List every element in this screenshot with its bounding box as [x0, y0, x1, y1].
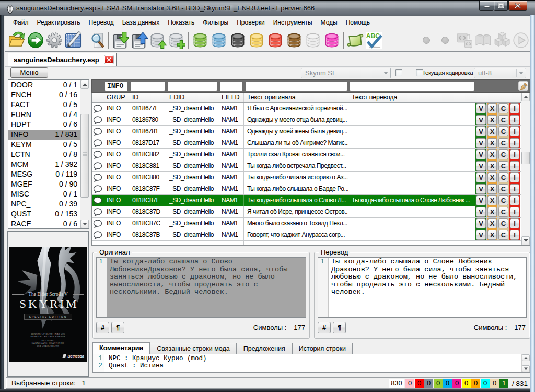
cell-grup[interactable]: INFO [103, 126, 129, 137]
table-row[interactable]: INFO08187D17_SD_dreamHelloNAM1Слышала ли… [92, 137, 521, 149]
game-checkbox[interactable] [395, 69, 402, 76]
group-item-mcm_[interactable]: MCM_1 / 392 [8, 159, 80, 169]
cell-edid[interactable]: _SD_dreamHello [166, 229, 218, 240]
go-arrow-icon[interactable] [27, 31, 44, 49]
document-tab[interactable]: sanguinesDebauchery.esp [8, 53, 117, 66]
cell-grup[interactable]: INFO [103, 206, 129, 217]
table-row[interactable]: INFO0818C87E_SD_dreamHelloNAM1Ты когда-л… [92, 195, 521, 206]
action-button-v[interactable]: V [476, 218, 486, 228]
cell-id[interactable]: 0818C87E [129, 195, 166, 206]
cell-trans[interactable] [348, 172, 475, 183]
cell-grup[interactable]: INFO [103, 103, 129, 114]
cell-trans[interactable] [348, 160, 475, 171]
filter-input-orig[interactable] [246, 82, 347, 91]
filter-input-edid[interactable] [168, 82, 217, 91]
bottom-tab-2[interactable]: Предложения [237, 343, 292, 354]
cell-field[interactable]: NAM1 [218, 114, 244, 125]
action-button-c[interactable]: C [498, 126, 508, 136]
menu-item-8[interactable]: Моды [317, 17, 342, 28]
action-button-c[interactable]: C [498, 103, 508, 113]
action-button-x[interactable]: X [487, 195, 497, 205]
cell-orig[interactable]: Я читал об Исре, принцессе Остров... [244, 206, 348, 217]
action-button-x[interactable]: X [487, 218, 497, 228]
action-button-x[interactable]: X [487, 103, 497, 113]
group-item-fact[interactable]: FACT0 / 5 [8, 100, 80, 110]
cell-trans[interactable] [348, 183, 475, 194]
group-item-qust[interactable]: QUST0 / 153 [8, 209, 80, 219]
cell-id[interactable]: 08187D17 [129, 137, 166, 148]
db-pink-icon[interactable] [323, 31, 341, 49]
cell-grup[interactable]: INFO [103, 218, 129, 229]
scroll-paper-icon[interactable] [346, 31, 364, 49]
action-button-i[interactable]: I [510, 207, 519, 217]
action-button-i[interactable]: I [510, 138, 519, 148]
cell-edid[interactable]: _SD_dreamHello [166, 160, 218, 171]
cell-field[interactable]: NAM1 [218, 229, 244, 240]
db-red-icon[interactable] [266, 31, 284, 49]
action-button-i[interactable]: I [510, 149, 519, 159]
action-button-x[interactable]: X [487, 126, 497, 136]
cell-grup[interactable]: INFO [103, 114, 129, 125]
cell-field[interactable]: NAM1 [218, 160, 244, 171]
action-button-c[interactable]: C [498, 161, 508, 171]
maximize-button[interactable] [494, 1, 508, 11]
cell-grup[interactable]: INFO [103, 137, 129, 148]
table-row[interactable]: INFO0818C880_SD_dreamHelloNAM1Ты когда-л… [92, 172, 521, 183]
cell-orig[interactable]: Ты когда-либо читала историю о Аз... [244, 172, 348, 183]
group-item-misc[interactable]: MISC0 / 1 [8, 189, 80, 199]
cell-field[interactable]: NAM1 [218, 206, 244, 217]
db-white-icon[interactable] [304, 31, 322, 49]
action-button-c[interactable]: C [498, 195, 508, 205]
group-item-keym[interactable]: KEYM0 / 5 [8, 140, 80, 149]
action-button-i[interactable]: I [510, 218, 519, 228]
filter-input-trans[interactable] [350, 82, 474, 91]
cell-field[interactable]: NAM1 [218, 218, 244, 229]
cell-edid[interactable]: _SD_dreamHello [166, 195, 218, 206]
translation-text[interactable]: Ты когда-либо слышала о Слове Любовник Д… [329, 258, 526, 317]
clear-filters-button[interactable] [518, 81, 528, 91]
header-cell-5[interactable]: Текст перевода [348, 93, 475, 102]
db-brown-icon[interactable] [285, 31, 303, 49]
db-black-icon[interactable] [229, 31, 247, 49]
group-item-mgef[interactable]: MGEF0 / 90 [8, 179, 80, 189]
action-button-i[interactable]: I [510, 184, 519, 194]
cell-orig[interactable]: Однажды у моего отца была девиц... [244, 114, 348, 125]
header-cell-4[interactable]: Текст оригинала [244, 93, 348, 102]
save-import-icon[interactable] [111, 31, 129, 49]
cell-grup[interactable]: INFO [103, 172, 129, 183]
cell-orig[interactable]: Ты когда-либо слышала о Слово Л... [244, 195, 348, 206]
action-button-v[interactable]: V [476, 207, 486, 217]
cell-id[interactable]: 0818C87F [129, 183, 166, 194]
scroll-up-icon[interactable] [80, 80, 89, 89]
abc-check-icon[interactable]: ABC [365, 31, 383, 49]
cell-edid[interactable]: _SD_dreamHello [166, 206, 218, 217]
filter-input-grup[interactable]: INFO [105, 82, 127, 91]
cell-grup[interactable]: INFO [103, 183, 129, 194]
pilcrow-button[interactable]: ¶ [333, 322, 346, 333]
group-item-npc_[interactable]: NPC_0 / 39 [8, 199, 80, 209]
action-button-v[interactable]: V [476, 195, 486, 205]
cell-edid[interactable]: _SD_dreamHello [166, 218, 218, 229]
save-export-icon[interactable] [130, 31, 148, 49]
bottom-tab-3[interactable]: История строки [292, 343, 353, 354]
action-button-c[interactable]: C [498, 149, 508, 159]
action-button-c[interactable]: C [498, 184, 508, 194]
action-button-c[interactable]: C [498, 172, 508, 182]
cell-edid[interactable]: _SD_dreamHello [166, 126, 218, 137]
cell-id[interactable]: 0818C881 [129, 160, 166, 171]
group-item-hdpt[interactable]: HDPT0 / 6 [8, 120, 80, 130]
group-item-info[interactable]: INFO1 / 831 [8, 130, 80, 140]
table-row[interactable]: INFO0818677F_SD_dreamHelloNAM1Я был с Ар… [92, 103, 521, 114]
action-button-v[interactable]: V [476, 172, 486, 182]
cell-field[interactable]: NAM1 [218, 183, 244, 194]
table-row[interactable]: INFO0818C87D_SD_dreamHelloNAM1Я читал об… [92, 206, 521, 218]
action-button-x[interactable]: X [487, 115, 497, 125]
action-button-c[interactable]: C [498, 218, 508, 228]
group-item-lctn[interactable]: LCTN0 / 8 [8, 149, 80, 159]
cell-field[interactable]: NAM1 [218, 172, 244, 183]
header-cell-2[interactable]: EDID [166, 93, 218, 102]
menu-item-4[interactable]: Показать [164, 17, 199, 28]
edit-table-icon[interactable] [64, 31, 82, 49]
action-button-v[interactable]: V [476, 184, 486, 194]
hash-button[interactable]: # [318, 322, 331, 333]
